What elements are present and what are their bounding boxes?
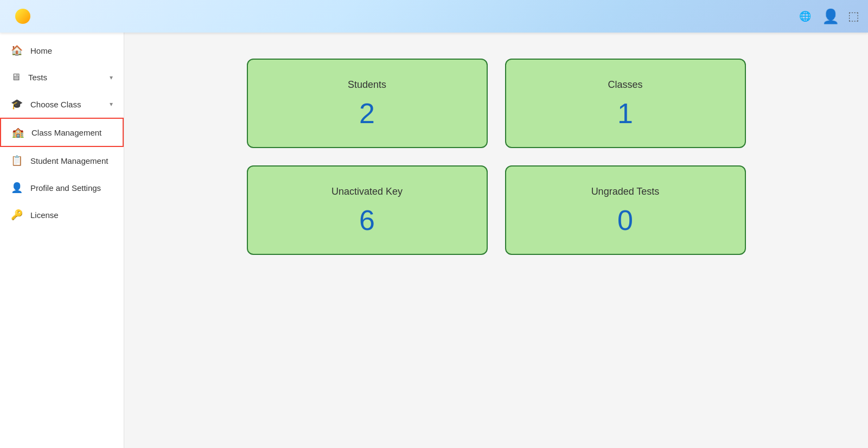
main-layout: 🏠Home🖥Tests▾🎓Choose Class▾🏫Class Managem… <box>0 33 868 448</box>
sidebar-label-student-management: Student Management <box>30 156 113 165</box>
card-label-unactivated-key: Unactivated Key <box>331 186 403 197</box>
app-header: 🌐 👤 ⬚ <box>0 0 868 33</box>
profile-settings-icon: 👤 <box>11 182 23 194</box>
globe-icon: 🌐 <box>799 10 811 22</box>
choose-class-icon: 🎓 <box>11 98 23 110</box>
sidebar-item-choose-class[interactable]: 🎓Choose Class▾ <box>0 91 124 118</box>
chevron-down-icon: ▾ <box>110 74 113 81</box>
sidebar-label-profile-settings: Profile and Settings <box>30 183 113 193</box>
license-icon: 🔑 <box>11 209 23 221</box>
sidebar-label-choose-class: Choose Class <box>30 100 102 109</box>
logo <box>9 9 34 24</box>
sidebar-label-license: License <box>30 210 113 220</box>
logo-badge <box>15 9 30 24</box>
home-icon: 🏠 <box>11 44 23 56</box>
card-unactivated-key[interactable]: Unactivated Key6 <box>247 165 488 255</box>
class-management-icon: 🏫 <box>12 126 24 138</box>
tests-icon: 🖥 <box>11 72 21 83</box>
sidebar-item-license[interactable]: 🔑License <box>0 201 124 228</box>
card-students[interactable]: Students2 <box>247 59 488 148</box>
card-value-ungraded-tests: 0 <box>617 206 633 234</box>
card-label-ungraded-tests: Ungraded Tests <box>591 186 660 197</box>
sidebar-item-profile-settings[interactable]: 👤Profile and Settings <box>0 174 124 201</box>
card-value-students: 2 <box>359 99 375 127</box>
card-value-unactivated-key: 6 <box>359 206 375 234</box>
logout-icon[interactable]: ⬚ <box>848 9 859 23</box>
card-ungraded-tests[interactable]: Ungraded Tests0 <box>505 165 746 255</box>
sidebar-label-tests: Tests <box>28 73 102 82</box>
card-classes[interactable]: Classes1 <box>505 59 746 148</box>
header-right: 🌐 👤 ⬚ <box>799 8 859 25</box>
sidebar: 🏠Home🖥Tests▾🎓Choose Class▾🏫Class Managem… <box>0 33 124 448</box>
sidebar-label-class-management: Class Management <box>31 128 112 137</box>
chevron-down-icon: ▾ <box>110 100 113 108</box>
sidebar-label-home: Home <box>30 46 113 55</box>
sidebar-item-home[interactable]: 🏠Home <box>0 37 124 64</box>
main-content: Students2Classes1Unactivated Key6Ungrade… <box>124 33 868 448</box>
language-selector[interactable]: 🌐 <box>799 10 813 22</box>
card-value-classes: 1 <box>617 99 633 127</box>
card-label-classes: Classes <box>608 79 642 91</box>
student-management-icon: 📋 <box>11 155 23 167</box>
sidebar-item-class-management[interactable]: 🏫Class Management <box>0 118 124 147</box>
avatar-icon[interactable]: 👤 <box>822 8 839 25</box>
cards-grid: Students2Classes1Unactivated Key6Ungrade… <box>247 59 746 255</box>
sidebar-item-student-management[interactable]: 📋Student Management <box>0 147 124 174</box>
card-label-students: Students <box>348 79 386 91</box>
sidebar-item-tests[interactable]: 🖥Tests▾ <box>0 64 124 91</box>
